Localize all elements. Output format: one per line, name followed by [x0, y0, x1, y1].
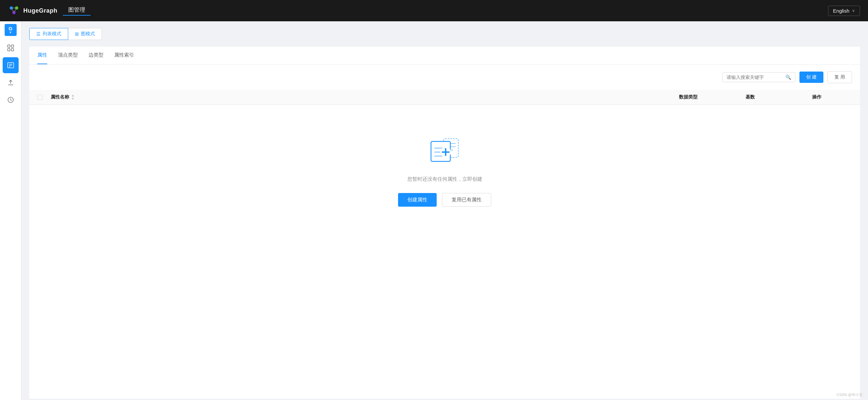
reuse-button[interactable]: 复 用: [827, 71, 852, 83]
th-property-name: 属性名称 ▲▼: [51, 94, 679, 100]
svg-rect-10: [8, 63, 13, 68]
toolbar: 🔍 创 建 复 用: [29, 65, 860, 90]
mode-toggle: ☰ 列表模式 ⊞ 图模式: [29, 28, 860, 40]
avatar-chevron: ∨: [9, 31, 12, 34]
th-operations: 操作: [812, 94, 852, 100]
empty-message: 您暂时还没有任何属性，立即创建: [407, 176, 482, 182]
tabs: 属性 顶点类型 边类型 属性索引: [29, 47, 860, 65]
sidebar: G ∨: [0, 21, 21, 400]
th-cardinality: 基数: [746, 94, 812, 100]
search-input[interactable]: [726, 74, 785, 80]
sidebar-item-history[interactable]: [3, 92, 19, 108]
tab-property-index[interactable]: 属性索引: [114, 47, 134, 64]
avatar-letter: G: [9, 26, 13, 31]
create-property-button[interactable]: 创建属性: [398, 193, 437, 207]
th-checkbox: [37, 94, 51, 100]
search-box: 🔍: [722, 72, 796, 82]
list-mode-icon: ☰: [36, 31, 41, 37]
logo: HugeGraph: [8, 5, 58, 17]
logo-icon: [8, 5, 20, 17]
graph-mode-button[interactable]: ⊞ 图模式: [68, 28, 102, 40]
tab-properties[interactable]: 属性: [37, 47, 47, 64]
language-label: English: [833, 8, 849, 13]
svg-rect-9: [11, 49, 13, 51]
graph-mode-icon: ⊞: [75, 31, 79, 37]
reuse-property-button[interactable]: 复用已有属性: [442, 193, 491, 207]
tab-edge-types[interactable]: 边类型: [89, 47, 103, 64]
search-icon[interactable]: 🔍: [785, 74, 791, 80]
sort-icon[interactable]: ▲▼: [71, 94, 74, 100]
language-chevron: ∨: [852, 8, 855, 13]
nav-title: 图管理: [63, 6, 91, 16]
svg-rect-8: [8, 49, 10, 51]
list-mode-button[interactable]: ☰ 列表模式: [29, 28, 68, 40]
tab-vertex-types[interactable]: 顶点类型: [58, 47, 78, 64]
logo-text: HugeGraph: [23, 7, 58, 14]
sidebar-item-upload[interactable]: [3, 74, 19, 91]
sidebar-item-schema[interactable]: [3, 57, 19, 73]
sidebar-item-graph[interactable]: [3, 40, 19, 56]
svg-rect-6: [8, 45, 10, 47]
th-data-type: 数据类型: [679, 94, 746, 100]
footer-watermark: CSDN @华小宝: [837, 392, 863, 397]
select-all-checkbox[interactable]: [37, 94, 42, 100]
svg-rect-7: [11, 45, 13, 47]
topbar-left: HugeGraph 图管理: [8, 5, 91, 17]
bottom-actions: 创建属性 复用已有属性: [398, 193, 491, 207]
table-header: 属性名称 ▲▼ 数据类型 基数 操作: [29, 90, 860, 105]
language-selector[interactable]: English ∨: [828, 6, 860, 16]
empty-state: 您暂时还没有任何属性，立即创建 创建属性 复用已有属性: [29, 105, 860, 227]
graph-mode-label: 图模式: [81, 31, 95, 37]
user-avatar[interactable]: G ∨: [5, 24, 17, 36]
empty-illustration: [426, 131, 463, 168]
main-content: ☰ 列表模式 ⊞ 图模式 属性 顶点类型 边类型 属性索引: [21, 21, 868, 400]
list-mode-label: 列表模式: [42, 31, 61, 37]
topbar: HugeGraph 图管理 English ∨: [0, 0, 868, 21]
content-card: 属性 顶点类型 边类型 属性索引 🔍 创 建 复 用: [29, 47, 860, 399]
create-button[interactable]: 创 建: [800, 71, 824, 83]
